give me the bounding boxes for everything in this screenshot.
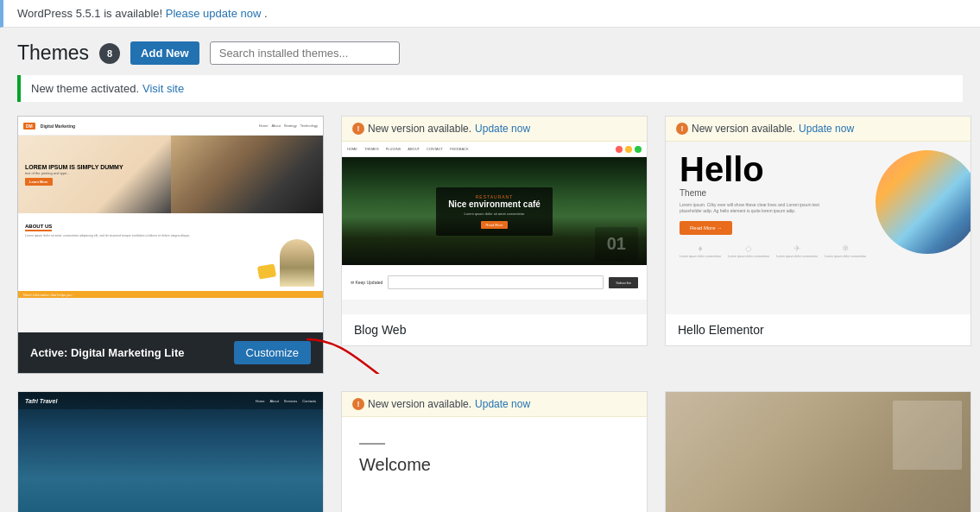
theme-card-co: Co... Co bbox=[665, 391, 971, 512]
welcome-theme-card: ! New version available. Update now Welc… bbox=[341, 391, 648, 512]
theme-preview-co: Co... bbox=[666, 392, 971, 512]
page-header: Themes 8 Add New bbox=[0, 28, 980, 75]
update-notice-text: New version available. bbox=[368, 123, 471, 135]
active-label: Active: Digital Marketing Lite bbox=[30, 346, 184, 359]
hello-btn: Read More → bbox=[680, 221, 732, 235]
update-link[interactable]: Please update now bbox=[166, 7, 262, 20]
active-theme-footer: Active: Digital Marketing Lite Customize bbox=[18, 332, 323, 373]
hello-elementor-card: ! New version available. Update now Hell… bbox=[665, 116, 971, 374]
visit-site-link[interactable]: Visit site bbox=[142, 82, 184, 95]
dml-about-title: ABOUT US bbox=[25, 224, 52, 231]
hello-icon-4: ❄ Lorem ipsum dolor consectetur bbox=[825, 243, 866, 259]
update-notice-hello: ! New version available. Update now bbox=[666, 117, 971, 142]
welcome-text: Welcome bbox=[359, 455, 629, 475]
themes-container: DM Digital Marketing Home About Strategy… bbox=[0, 116, 980, 512]
theme-card-travel: Tafri Travel Home About Services Contact… bbox=[17, 391, 324, 512]
update-now-link-blog-web[interactable]: Update now bbox=[475, 123, 530, 135]
theme-preview-welcome: Welcome bbox=[342, 417, 647, 512]
page-title: Themes bbox=[17, 41, 89, 65]
theme-card-hello: ! New version available. Update now Hell… bbox=[665, 116, 971, 346]
dml-nav: Home About Strategy Technology bbox=[259, 123, 318, 128]
theme-count-badge: 8 bbox=[99, 43, 120, 64]
activation-notice: New theme activated. Visit site bbox=[17, 75, 963, 102]
notice-text: WordPress 5.5.1 is available! bbox=[17, 7, 162, 20]
update-icon-blog-web: ! bbox=[352, 123, 364, 135]
customize-button[interactable]: Customize bbox=[234, 341, 311, 364]
hello-desc: Lorem ipsum. Cilky ever will show these … bbox=[680, 202, 832, 214]
activation-text: New theme activated. bbox=[31, 82, 139, 95]
hello-elementor-theme-name: Hello Elementor bbox=[666, 314, 971, 345]
dml-person-figure bbox=[280, 239, 314, 287]
blogweb-hero-text: RESTAURANT Nice environment café Lorem i… bbox=[436, 187, 553, 236]
hello-icons: ♦ Lorem ipsum dolor consectetur ◇ Lorem … bbox=[680, 243, 957, 259]
hello-subtitle: Theme bbox=[680, 188, 957, 198]
hello-icon-1: ♦ Lorem ipsum dolor consectetur bbox=[680, 243, 721, 259]
dml-bottom-bar: Need information that helps you bbox=[18, 291, 323, 298]
update-notice-welcome: ! New version available. Update now bbox=[342, 392, 647, 417]
theme-preview-travel: Tafri Travel Home About Services Contact… bbox=[18, 392, 323, 512]
update-notice-text-hello: New version available. bbox=[692, 123, 795, 135]
admin-notice: WordPress 5.5.1 is available! Please upd… bbox=[0, 0, 980, 28]
dml-hero-btn: Learn More bbox=[25, 178, 53, 186]
dml-about: ABOUT US Lorem ipsum dolor sit amet, con… bbox=[18, 213, 323, 291]
blogweb-hero: RESTAURANT Nice environment café Lorem i… bbox=[342, 157, 647, 265]
hello-title: Hello bbox=[680, 152, 957, 186]
hello-icon-2: ◇ Lorem ipsum dolor consectetur bbox=[728, 243, 769, 259]
update-now-link-hello[interactable]: Update now bbox=[799, 123, 854, 135]
welcome-divider bbox=[359, 443, 385, 445]
travel-theme-card: Tafri Travel Home About Services Contact… bbox=[17, 391, 324, 512]
update-icon-hello: ! bbox=[676, 123, 688, 135]
blog-web-theme-name: Blog Web bbox=[342, 314, 647, 345]
dml-hero: LOREM IPSUM IS SIMPLY DUMMY text of the … bbox=[18, 136, 323, 213]
dml-logo-icon: DM bbox=[23, 123, 35, 130]
update-now-link-welcome[interactable]: Update now bbox=[475, 398, 530, 410]
hello-icon-3: ✈ Lorem ipsum dolor consectetur bbox=[776, 243, 818, 259]
dml-top-bar: DM Digital Marketing Home About Strategy… bbox=[18, 117, 323, 136]
notice-suffix: . bbox=[264, 7, 268, 20]
co-theme-card: Co... Co bbox=[665, 391, 971, 512]
dml-about-text: Lorem ipsum dolor sit amet, consectetur … bbox=[25, 234, 316, 238]
blogweb-subscribe: ✉ Keep Updated Subscribe bbox=[342, 265, 647, 300]
blog-web-card: ! New version available. Update now HOME… bbox=[341, 116, 648, 374]
active-theme-card: DM Digital Marketing Home About Strategy… bbox=[17, 116, 324, 374]
search-input[interactable] bbox=[210, 41, 400, 65]
themes-row-2: Tafri Travel Home About Services Contact… bbox=[0, 391, 980, 512]
add-new-button[interactable]: Add New bbox=[130, 41, 199, 65]
dml-hero-text: LOREM IPSUM IS SIMPLY DUMMY text of the … bbox=[25, 163, 123, 186]
theme-preview-hello: Hello Theme Lorem ipsum. Cilky ever will… bbox=[666, 142, 971, 314]
update-icon-welcome: ! bbox=[352, 398, 364, 410]
update-notice-blog-web: ! New version available. Update now bbox=[342, 117, 647, 142]
blogweb-nav: HOME THEMES PLUGINS ABOUT CONTACT FEEDBA… bbox=[342, 142, 647, 157]
hello-content: Hello Theme Lorem ipsum. Cilky ever will… bbox=[680, 152, 957, 259]
travel-nav: Tafri Travel Home About Services Contact… bbox=[18, 392, 323, 409]
update-notice-text-welcome: New version available. bbox=[368, 398, 471, 410]
theme-card-active: DM Digital Marketing Home About Strategy… bbox=[17, 116, 324, 374]
theme-preview-blog-web: HOME THEMES PLUGINS ABOUT CONTACT FEEDBA… bbox=[342, 142, 647, 314]
theme-card-welcome: ! New version available. Update now Welc… bbox=[341, 391, 648, 512]
themes-row-1: DM Digital Marketing Home About Strategy… bbox=[0, 116, 980, 374]
theme-preview-dml: DM Digital Marketing Home About Strategy… bbox=[18, 117, 323, 332]
theme-card-blog-web: ! New version available. Update now HOME… bbox=[341, 116, 648, 346]
